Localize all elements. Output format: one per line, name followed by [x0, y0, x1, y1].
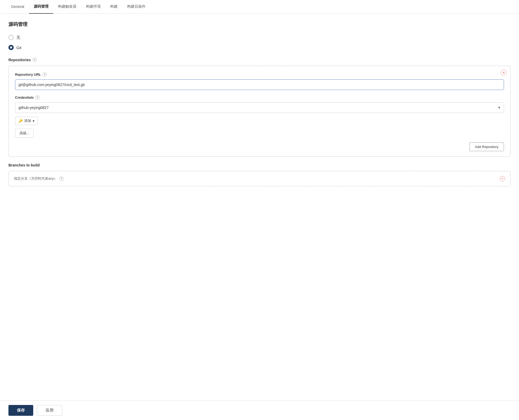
add-repository-row: Add Repository — [15, 142, 504, 151]
branches-card: 指定分支（为空时代表any） ? × — [8, 171, 511, 186]
repository-close-button[interactable]: × — [501, 70, 507, 75]
radio-none-circle — [8, 35, 14, 40]
scm-radio-group: 无 Git — [8, 35, 511, 50]
advanced-button[interactable]: 高级... — [15, 129, 34, 138]
tab-build[interactable]: 构建 — [105, 0, 122, 14]
radio-git-label: Git — [16, 45, 21, 50]
repository-url-label: Repository URL ? — [15, 72, 504, 77]
credentials-help-icon[interactable]: ? — [35, 95, 40, 100]
tab-env[interactable]: 构建环境 — [81, 0, 105, 14]
branch-specifier-label: 指定分支（为空时代表any） — [14, 176, 57, 181]
tab-trigger[interactable]: 构建触发器 — [53, 0, 81, 14]
repositories-help-icon[interactable]: ? — [32, 58, 37, 62]
repositories-label: Repositories ? — [8, 58, 511, 62]
credentials-select[interactable]: github-yeying0827 — [15, 102, 504, 113]
page-content: 源码管理 无 Git Repositories ? × Repository U… — [0, 14, 519, 420]
radio-none-label: 无 — [16, 35, 20, 40]
credentials-label: Credentials ? — [15, 95, 504, 100]
advanced-section: 高级... — [15, 125, 504, 138]
branch-specifier-row: 指定分支（为空时代表any） ? × — [14, 176, 505, 181]
add-credentials-button[interactable]: 🔑 添加 ▾ — [15, 117, 38, 125]
repository-url-help-icon[interactable]: ? — [42, 72, 47, 77]
branches-label: Branches to build — [8, 163, 511, 167]
radio-git[interactable]: Git — [8, 45, 511, 50]
add-repository-button[interactable]: Add Repository — [469, 142, 504, 151]
bottom-bar: 保存 应用 — [0, 400, 519, 420]
credentials-select-wrapper: github-yeying0827 ▼ — [15, 102, 504, 113]
key-icon: 🔑 — [18, 119, 23, 123]
credentials-section: Credentials ? github-yeying0827 ▼ 🔑 添加 ▾ — [15, 95, 504, 125]
repository-card: × Repository URL ? Credentials ? github-… — [8, 66, 511, 157]
branch-close-button[interactable]: × — [500, 176, 505, 181]
tab-post[interactable]: 构建后操作 — [122, 0, 150, 14]
radio-none[interactable]: 无 — [8, 35, 511, 40]
apply-button[interactable]: 应用 — [37, 405, 62, 416]
page-title: 源码管理 — [8, 21, 511, 27]
radio-git-circle — [8, 45, 14, 50]
repository-url-input[interactable] — [15, 79, 504, 90]
tab-general[interactable]: General — [6, 0, 29, 14]
add-caret-icon: ▾ — [33, 119, 35, 123]
tab-bar: General 源码管理 构建触发器 构建环境 构建 构建后操作 — [0, 0, 519, 14]
branches-section: Branches to build 指定分支（为空时代表any） ? × — [8, 163, 511, 186]
tab-source[interactable]: 源码管理 — [29, 0, 53, 14]
branch-specifier-help-icon[interactable]: ? — [59, 176, 64, 181]
repositories-section: Repositories ? × Repository URL ? Creden… — [8, 58, 511, 186]
save-button[interactable]: 保存 — [8, 405, 33, 416]
